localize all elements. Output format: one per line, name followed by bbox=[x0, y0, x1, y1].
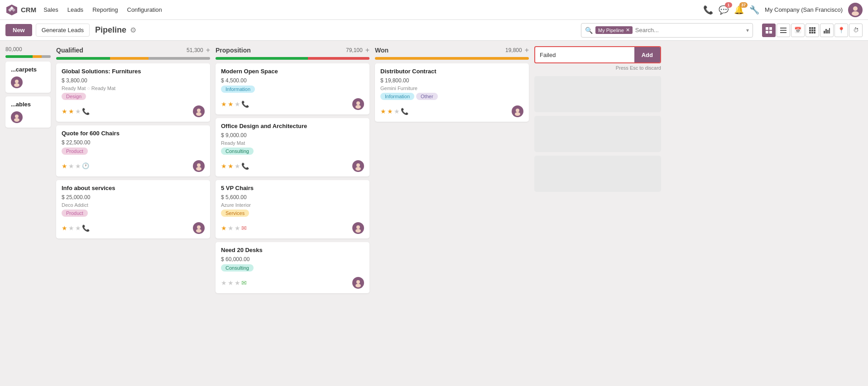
activity-view-btn[interactable]: ⏱ bbox=[849, 24, 863, 37]
card-tag[interactable]: Services bbox=[221, 210, 249, 217]
kanban-card[interactable]: Distributor Contract $ 19,800.00 Gemini … bbox=[375, 63, 529, 122]
user-avatar[interactable] bbox=[848, 3, 863, 17]
card-tag[interactable]: Information bbox=[380, 93, 414, 100]
kanban-card[interactable]: 5 VP Chairs $ 5,600.00 Azure Interior Se… bbox=[216, 180, 369, 238]
updates-badge: 37 bbox=[739, 2, 748, 8]
svg-rect-26 bbox=[829, 28, 830, 33]
pipeline-filter-tag[interactable]: My Pipeline ✕ bbox=[595, 26, 633, 34]
svg-point-53 bbox=[355, 284, 361, 287]
nav-reporting[interactable]: Reporting bbox=[92, 5, 118, 15]
card-avatar[interactable] bbox=[352, 160, 364, 172]
partial-progress bbox=[5, 55, 51, 58]
new-column-input[interactable] bbox=[535, 52, 634, 58]
proposition-col-add-btn[interactable]: + bbox=[365, 46, 369, 54]
chart-view-btn[interactable] bbox=[820, 24, 834, 37]
svg-rect-20 bbox=[809, 32, 811, 33]
svg-rect-16 bbox=[814, 27, 815, 29]
app-logo[interactable]: CRM bbox=[5, 4, 36, 16]
card-title: Distributor Contract bbox=[380, 68, 523, 76]
card-amount: $ 5,600.00 bbox=[221, 194, 364, 200]
card-title: Info about services bbox=[62, 185, 205, 192]
updates-icon-btn[interactable]: 🔔 37 bbox=[734, 5, 744, 15]
card-tag[interactable]: Consulting bbox=[221, 264, 254, 272]
kanban-card[interactable]: ...ables bbox=[5, 96, 51, 128]
nav-leads[interactable]: Leads bbox=[67, 5, 83, 15]
map-view-btn[interactable]: 📍 bbox=[834, 24, 848, 37]
chat-icon-btn[interactable]: 💬 1 bbox=[719, 5, 729, 15]
card-title: 5 VP Chairs bbox=[221, 185, 364, 192]
search-dropdown-icon[interactable]: ▾ bbox=[746, 27, 749, 33]
card-stars: ★ ★ ★ 📞 bbox=[221, 162, 249, 170]
card-tag[interactable]: Product bbox=[62, 148, 88, 155]
card-tag[interactable]: Design bbox=[62, 93, 86, 100]
kanban-card[interactable]: Modern Open Space $ 4,500.00 Information… bbox=[216, 63, 369, 114]
card-company: Deco Addict bbox=[62, 202, 205, 208]
svg-point-44 bbox=[355, 105, 361, 109]
proposition-col-title: Proposition bbox=[216, 47, 251, 54]
kanban-card[interactable]: Global Solutions: Furnitures $ 3,800.00 … bbox=[56, 63, 210, 122]
card-avatar[interactable] bbox=[512, 105, 523, 117]
search-bar: 🔍 My Pipeline ✕ ▾ bbox=[581, 23, 753, 38]
card-amount: $ 60,000.00 bbox=[221, 256, 364, 262]
view-switcher: 📅 📍 bbox=[762, 24, 863, 37]
svg-rect-23 bbox=[824, 31, 825, 33]
card-avatar[interactable] bbox=[352, 98, 364, 110]
list-view-btn[interactable] bbox=[777, 24, 790, 37]
email-red-icon: ✉ bbox=[241, 224, 247, 232]
card-amount: $ 22,500.00 bbox=[62, 139, 205, 146]
new-column-input-box: Add bbox=[534, 46, 661, 63]
card-stars: ★ ★ ★ 🕐 bbox=[62, 162, 89, 170]
card-avatar[interactable] bbox=[193, 160, 205, 172]
company-name[interactable]: My Company (San Francisco) bbox=[765, 6, 843, 13]
card-stars: ★ ★ ★ 📞 bbox=[380, 108, 408, 115]
svg-point-41 bbox=[196, 229, 201, 233]
nav-sales[interactable]: Sales bbox=[43, 5, 58, 15]
kanban-card[interactable]: ...carpets bbox=[5, 62, 51, 93]
card-title: Modern Open Space bbox=[221, 68, 364, 76]
card-tag[interactable]: Consulting bbox=[221, 148, 254, 155]
new-button[interactable]: New bbox=[5, 24, 32, 36]
card-amount: $ 19,800.00 bbox=[380, 77, 523, 84]
search-input[interactable] bbox=[635, 27, 743, 33]
kanban-card[interactable]: Office Design and Architecture $ 9,000.0… bbox=[216, 118, 369, 176]
card-amount: $ 4,500.00 bbox=[221, 77, 364, 84]
card-avatar[interactable] bbox=[352, 222, 364, 234]
kanban-card[interactable]: Need 20 Desks $ 60,000.00 Consulting ★ ★… bbox=[216, 242, 369, 293]
kanban-card[interactable]: Quote for 600 Chairs $ 22,500.00 Product… bbox=[56, 125, 210, 176]
card-avatar[interactable] bbox=[352, 277, 364, 289]
svg-point-49 bbox=[356, 225, 360, 229]
kanban-card[interactable]: Info about services $ 25,000.00 Deco Add… bbox=[56, 180, 210, 238]
filter-remove-icon[interactable]: ✕ bbox=[626, 27, 630, 33]
settings-icon-btn[interactable]: 🔧 bbox=[749, 5, 759, 15]
grid-view-btn[interactable] bbox=[806, 24, 819, 37]
card-avatar[interactable] bbox=[193, 222, 205, 234]
svg-rect-12 bbox=[780, 30, 786, 31]
card-tag[interactable]: Other bbox=[416, 93, 438, 100]
clock-icon: 🕐 bbox=[82, 162, 89, 169]
card-footer: ★ ★ ★ ✉ bbox=[221, 222, 364, 234]
qualified-progress bbox=[56, 57, 210, 60]
card-footer: ★ ★ ★ 📞 bbox=[62, 222, 205, 234]
avatar-image bbox=[849, 4, 862, 16]
kanban-view-btn[interactable] bbox=[762, 24, 776, 37]
generate-leads-button[interactable]: Generate Leads bbox=[36, 24, 90, 37]
crm-logo-icon bbox=[5, 4, 18, 16]
calendar-view-btn[interactable]: 📅 bbox=[791, 24, 805, 37]
phone-icon-btn[interactable]: 📞 bbox=[703, 5, 713, 15]
won-col-add-btn[interactable]: + bbox=[525, 46, 529, 54]
kanban-board: 80,000 ...carpets ...ables bbox=[0, 41, 868, 386]
svg-point-35 bbox=[196, 112, 201, 116]
svg-point-29 bbox=[14, 83, 19, 87]
card-avatar[interactable] bbox=[193, 105, 205, 117]
settings-gear-icon[interactable]: ⚙ bbox=[130, 26, 136, 34]
card-tag[interactable]: Information bbox=[221, 86, 255, 93]
card-company: Azure Interior bbox=[221, 202, 364, 208]
kanban-col-won: Won 19,800 + Distributor Contract $ 19,8… bbox=[375, 46, 529, 125]
search-icon: 🔍 bbox=[585, 27, 593, 34]
qualified-col-add-btn[interactable]: + bbox=[206, 46, 210, 54]
nav-configuration[interactable]: Configuration bbox=[127, 5, 162, 15]
svg-point-40 bbox=[197, 225, 201, 229]
card-tag[interactable]: Product bbox=[62, 210, 88, 217]
add-column-button[interactable]: Add bbox=[634, 47, 660, 62]
won-col-amount: 19,800 bbox=[505, 47, 522, 53]
